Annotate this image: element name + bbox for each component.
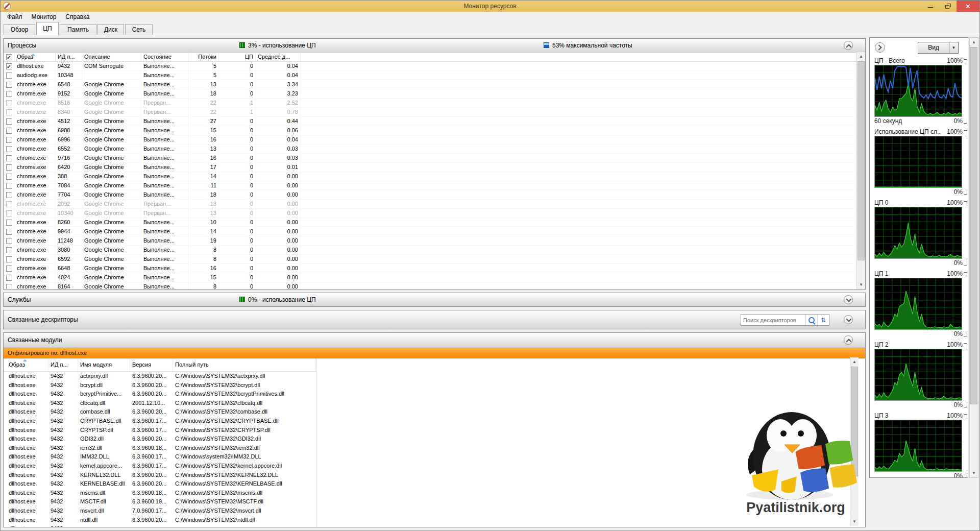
expand-services-button[interactable] bbox=[844, 295, 853, 304]
process-checkbox[interactable] bbox=[6, 174, 12, 180]
process-row[interactable]: chrome.exe8260Google ChromeВыполняе...10… bbox=[4, 218, 856, 227]
process-row[interactable]: chrome.exe6648Google ChromeВыполняе...16… bbox=[4, 264, 856, 273]
process-checkbox[interactable] bbox=[6, 183, 12, 189]
process-checkbox[interactable] bbox=[6, 275, 12, 281]
module-row[interactable]: dllhost.exe9432MSCTF.dll6.3.9600.19...C:… bbox=[4, 497, 316, 506]
process-row[interactable]: chrome.exe388Google ChromeВыполняе...140… bbox=[4, 172, 856, 181]
module-row[interactable]: dllhost.exe9432GDI32.dll6.3.9600.20...C:… bbox=[4, 435, 316, 444]
module-row[interactable]: dllhost.exe9432CRYPTBASE.dll6.3.9600.17.… bbox=[4, 417, 316, 426]
process-checkbox[interactable] bbox=[6, 155, 12, 161]
process-checkbox[interactable] bbox=[6, 91, 12, 97]
select-all-checkbox[interactable]: ✔ bbox=[6, 54, 12, 60]
minimize-button[interactable] bbox=[922, 1, 939, 12]
menu-item-1[interactable]: Монитор bbox=[27, 13, 61, 21]
process-row[interactable]: chrome.exe9152Google ChromeВыполняе...18… bbox=[4, 89, 856, 99]
module-row[interactable]: dllhost.exe9432IMM32.DLL6.3.9600.17...C:… bbox=[4, 452, 316, 462]
process-checkbox[interactable] bbox=[6, 201, 12, 207]
process-row[interactable]: chrome.exe6548Google ChromeВыполняе...13… bbox=[4, 80, 856, 89]
modules-scrollbar[interactable]: ▲ ▼ bbox=[850, 357, 859, 526]
collapse-panel-button[interactable] bbox=[875, 42, 885, 53]
col-pid[interactable]: ИД п... bbox=[48, 358, 78, 371]
process-checkbox[interactable] bbox=[6, 100, 12, 106]
process-checkbox[interactable] bbox=[6, 229, 12, 235]
processes-scrollbar[interactable]: ▲ ▼ bbox=[856, 52, 865, 289]
process-checkbox[interactable] bbox=[6, 146, 12, 152]
scroll-down-arrow[interactable]: ▼ bbox=[850, 517, 859, 526]
process-checkbox[interactable] bbox=[6, 266, 12, 272]
module-row[interactable]: dllhost.exe9432msvcrt.dll7.0.9600.17...C… bbox=[4, 506, 316, 516]
module-row[interactable]: dllhost.exe9432combase.dll6.3.9600.20...… bbox=[4, 407, 316, 417]
process-row[interactable]: ✔dllhost.exe9432COM SurrogateВыполняе...… bbox=[4, 62, 856, 71]
module-row[interactable]: dllhost.exe9432KERNEL32.DLL6.3.9600.20..… bbox=[4, 471, 316, 480]
col-description[interactable]: Описание bbox=[82, 53, 141, 61]
services-header-bar[interactable]: Службы 0% - использование ЦП bbox=[4, 293, 865, 306]
process-row[interactable]: chrome.exe4024Google ChromeВыполняе...15… bbox=[4, 273, 856, 282]
process-row[interactable]: chrome.exe6552Google ChromeВыполняе...13… bbox=[4, 144, 856, 154]
process-row[interactable]: chrome.exe7084Google ChromeВыполняе...11… bbox=[4, 181, 856, 190]
close-button[interactable]: ✕ bbox=[957, 1, 979, 12]
process-row[interactable]: chrome.exe2092Google ChromeПрерван...130… bbox=[4, 200, 856, 209]
menu-item-2[interactable]: Справка bbox=[61, 13, 94, 21]
processes-table-header[interactable]: ✔ Образ ИД п... Описание Состояние Поток… bbox=[4, 53, 856, 62]
col-pid[interactable]: ИД п... bbox=[56, 53, 82, 61]
process-row[interactable]: chrome.exe7704Google ChromeВыполняе...18… bbox=[4, 190, 856, 200]
process-row[interactable]: chrome.exe9944Google ChromeВыполняе...14… bbox=[4, 227, 856, 236]
scroll-up-arrow[interactable]: ▲ bbox=[850, 357, 859, 366]
process-row[interactable]: chrome.exe3080Google ChromeВыполняе...80… bbox=[4, 246, 856, 255]
processes-header-bar[interactable]: Процессы 3% - использование ЦП 53% макси… bbox=[4, 39, 865, 53]
module-row[interactable]: dllhost.exe9432ntdll.dll6.3.9600.20...C:… bbox=[4, 516, 316, 525]
module-row[interactable]: dllhost.exe9432kernel.appcore...6.3.9600… bbox=[4, 462, 316, 471]
process-checkbox[interactable] bbox=[6, 238, 12, 244]
module-row[interactable]: dllhost.exe9432mscms.dll6.3.9600.18...C:… bbox=[4, 489, 316, 498]
process-checkbox[interactable] bbox=[6, 128, 12, 134]
process-checkbox[interactable] bbox=[6, 220, 12, 226]
process-checkbox[interactable]: ✔ bbox=[6, 63, 12, 69]
scroll-up-arrow[interactable]: ▲ bbox=[970, 38, 978, 46]
process-row[interactable]: audiodg.exe10348Выполняе...500.04 bbox=[4, 71, 856, 80]
chevron-down-icon[interactable]: ▼ bbox=[949, 42, 958, 53]
tab-Диск[interactable]: Диск bbox=[97, 24, 124, 35]
scrollbar-thumb[interactable] bbox=[857, 61, 865, 260]
module-row[interactable]: dllhost.exe9432CRYPTSP.dll6.3.9600.17...… bbox=[4, 426, 316, 435]
module-row[interactable]: dllhost.exe9432actxprxy.dll6.3.9600.20..… bbox=[4, 372, 316, 381]
module-row[interactable]: dllhost.exe9432bcryptPrimitive...6.3.960… bbox=[4, 390, 316, 399]
scroll-up-arrow[interactable]: ▲ bbox=[857, 52, 865, 61]
tab-Обзор[interactable]: Обзор bbox=[4, 24, 35, 35]
tab-ЦП[interactable]: ЦП bbox=[36, 22, 59, 35]
menu-item-0[interactable]: Файл bbox=[3, 13, 27, 21]
view-button[interactable]: Вид ▼ bbox=[918, 42, 959, 54]
process-checkbox[interactable] bbox=[6, 256, 12, 262]
search-icon[interactable] bbox=[805, 315, 817, 325]
panel-scrollbar[interactable]: ▲ ▼ bbox=[969, 37, 978, 478]
process-checkbox[interactable] bbox=[6, 247, 12, 253]
handles-search-input[interactable] bbox=[741, 315, 805, 325]
scrollbar-thumb[interactable] bbox=[970, 47, 977, 404]
col-full-path[interactable]: Полный путь bbox=[173, 358, 316, 371]
module-row[interactable]: dllhost.exe9432icm32.dll6.3.9600.18...C:… bbox=[4, 444, 316, 453]
modules-header-bar[interactable]: Связанные модули bbox=[4, 333, 865, 348]
process-row[interactable]: chrome.exe8164Google ChromeВыполняе...80… bbox=[4, 282, 856, 289]
module-row[interactable]: dllhost.exe9432bcrypt.dll6.3.9600.20...C… bbox=[4, 381, 316, 390]
module-row[interactable]: dllhost.exe9432clbcatq.dll2001.12.10...C… bbox=[4, 399, 316, 408]
scroll-down-arrow[interactable]: ▼ bbox=[857, 280, 865, 289]
process-checkbox[interactable] bbox=[6, 192, 12, 198]
process-checkbox[interactable] bbox=[6, 210, 12, 216]
refresh-icon[interactable]: ⇅ bbox=[817, 315, 829, 325]
tab-Память[interactable]: Память bbox=[60, 24, 96, 35]
process-checkbox[interactable] bbox=[6, 118, 12, 125]
col-version[interactable]: Версия bbox=[130, 358, 173, 371]
collapse-processes-button[interactable] bbox=[844, 41, 853, 50]
process-checkbox[interactable] bbox=[6, 73, 12, 79]
col-image[interactable]: Образ bbox=[15, 53, 56, 61]
process-checkbox[interactable] bbox=[6, 137, 12, 143]
process-checkbox[interactable] bbox=[6, 82, 12, 88]
process-row[interactable]: chrome.exe4512Google ChromeВыполняе...27… bbox=[4, 117, 856, 126]
expand-handles-button[interactable] bbox=[844, 315, 853, 324]
process-checkbox[interactable] bbox=[6, 109, 12, 115]
process-checkbox[interactable] bbox=[6, 284, 12, 290]
process-row[interactable]: chrome.exe6592Google ChromeВыполняе...80… bbox=[4, 255, 856, 264]
tab-Сеть[interactable]: Сеть bbox=[125, 24, 153, 35]
restore-button[interactable] bbox=[939, 1, 957, 12]
col-status[interactable]: Состояние bbox=[141, 53, 188, 61]
process-row[interactable]: chrome.exe8516Google ChromeПрерван...221… bbox=[4, 99, 856, 108]
